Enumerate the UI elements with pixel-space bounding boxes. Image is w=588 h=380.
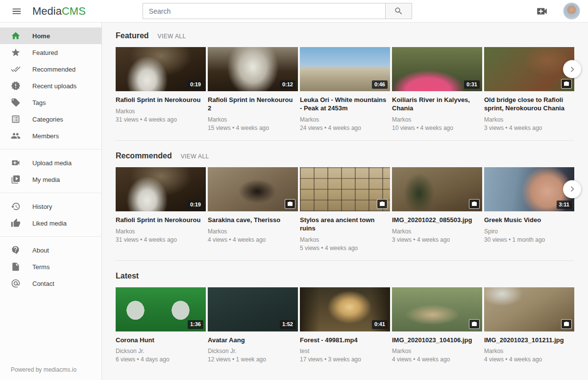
chevron-right-icon: [567, 184, 578, 195]
media-meta: 10 views • 4 weeks ago: [392, 125, 482, 131]
media-title[interactable]: Avatar Aang: [208, 336, 298, 345]
sidebar-item-my-media[interactable]: My media: [0, 171, 101, 188]
thumb-up-icon: [11, 218, 21, 228]
upload-media-button[interactable]: [536, 5, 548, 18]
media-author[interactable]: Dickson Jr.: [208, 348, 298, 355]
media-author[interactable]: test: [300, 348, 390, 355]
photo-type-badge: [469, 319, 480, 329]
sidebar-item-history[interactable]: History: [0, 198, 101, 215]
media-author[interactable]: Markos: [116, 228, 206, 235]
media-title[interactable]: IMG_20201023_104106.jpg: [392, 336, 482, 345]
media-title[interactable]: Old bridge close to Rafioli sprint, Nero…: [484, 96, 574, 113]
media-author[interactable]: Spiro: [484, 228, 574, 235]
logo-media-text: Media: [32, 5, 62, 17]
search-input[interactable]: [143, 3, 386, 19]
sidebar-item-categories[interactable]: Categories: [0, 111, 101, 127]
media-title[interactable]: IMG_20201022_085503.jpg: [392, 216, 482, 225]
sidebar-item-upload-media[interactable]: Upload media: [0, 154, 101, 171]
view-all-link[interactable]: VIEW ALL: [158, 33, 186, 40]
search-button[interactable]: [386, 3, 412, 19]
media-title[interactable]: Koiliaris River in Kalyves, Chania: [392, 96, 482, 113]
sidebar-item-recent-uploads[interactable]: Recent uploads: [0, 77, 101, 94]
media-meta: 24 views • 4 weeks ago: [300, 125, 390, 131]
media-author[interactable]: Markos: [208, 116, 298, 123]
done-all-icon: [11, 64, 21, 74]
media-author[interactable]: Markos: [208, 228, 298, 235]
media-author[interactable]: Markos: [392, 116, 482, 123]
photo-type-badge: [561, 319, 572, 329]
media-title[interactable]: Rafioli Sprint in Nerokourou 2: [208, 96, 298, 113]
duration-badge: 0:31: [464, 80, 480, 89]
media-title[interactable]: IMG_20201023_101211.jpg: [484, 336, 574, 345]
duration-badge: 1:36: [188, 320, 203, 329]
main-content: Featured VIEW ALL 0:19 Rafioli Sprint in…: [102, 23, 588, 380]
mediacms-app: MediaCMS Home Featured: [0, 0, 588, 380]
sidebar-item-about[interactable]: About: [0, 242, 101, 258]
duration-badge: 0:46: [372, 80, 388, 89]
mediacms-logo[interactable]: MediaCMS: [32, 5, 86, 18]
media-title[interactable]: Leuka Ori - White mountains - Peak at 24…: [300, 96, 390, 113]
sidebar-item-label: Home: [32, 32, 50, 40]
media-title[interactable]: Forest - 49981.mp4: [300, 336, 390, 345]
media-thumbnail[interactable]: 0:19: [116, 167, 206, 211]
latest-card-row: 1:36 Corona Hunt Dickson Jr. 6 views • 4…: [116, 287, 574, 363]
media-author[interactable]: Markos: [300, 236, 390, 243]
media-author[interactable]: Markos: [300, 116, 390, 123]
sidebar-item-liked-media[interactable]: Liked media: [0, 215, 101, 231]
media-thumbnail[interactable]: [300, 167, 390, 211]
sidebar-item-terms[interactable]: Terms: [0, 258, 101, 275]
media-author[interactable]: Markos: [392, 348, 482, 355]
media-meta: 15 views • 4 weeks ago: [208, 125, 298, 131]
media-card: Old bridge close to Rafioli sprint, Nero…: [484, 47, 574, 131]
sidebar-item-tags[interactable]: Tags: [0, 94, 101, 111]
sidebar-item-label: Members: [32, 132, 59, 140]
media-thumbnail[interactable]: 0:46: [300, 47, 390, 91]
sidebar-item-label: Terms: [32, 263, 49, 271]
media-title[interactable]: Rafioli Sprint in Nerokourou: [116, 216, 206, 225]
sidebar-divider: [0, 149, 101, 150]
recommended-card-row: 0:19 Rafioli Sprint in Nerokourou Markos…: [116, 167, 574, 252]
video-call-icon: [536, 5, 548, 18]
media-author[interactable]: Dickson Jr.: [116, 348, 206, 355]
media-thumbnail[interactable]: 3:11: [484, 167, 574, 211]
hamburger-menu-button[interactable]: [7, 1, 26, 21]
media-thumbnail[interactable]: 0:41: [300, 287, 390, 331]
carousel-next-button[interactable]: [563, 60, 581, 78]
media-author[interactable]: Markos: [116, 108, 206, 115]
media-title[interactable]: Sarakina cave, Therisso: [208, 216, 298, 225]
view-all-link[interactable]: VIEW ALL: [181, 153, 209, 160]
sidebar-item-members[interactable]: Members: [0, 127, 101, 144]
media-thumbnail[interactable]: [392, 287, 482, 331]
carousel-next-button[interactable]: [563, 180, 581, 198]
duration-badge: 0:19: [188, 80, 203, 89]
media-author[interactable]: Markos: [484, 116, 574, 123]
media-author[interactable]: Markos: [392, 228, 482, 235]
sidebar-item-featured[interactable]: Featured: [0, 44, 101, 61]
section-divider: [116, 140, 574, 141]
duration-badge: 3:11: [557, 201, 572, 209]
media-thumbnail[interactable]: 1:36: [116, 287, 206, 331]
media-card: 0:46 Leuka Ori - White mountains - Peak …: [300, 47, 390, 131]
sidebar-item-recommended[interactable]: Recommended: [0, 61, 101, 77]
media-thumbnail[interactable]: 0:19: [116, 47, 206, 91]
media-thumbnail[interactable]: [484, 287, 574, 331]
media-author[interactable]: Markos: [484, 348, 574, 355]
media-thumbnail[interactable]: [392, 167, 482, 211]
sidebar-item-home[interactable]: Home: [0, 27, 101, 44]
history-icon: [11, 202, 21, 211]
media-title[interactable]: Rafioli Sprint in Nerokourou: [116, 96, 206, 104]
user-avatar[interactable]: [563, 2, 580, 20]
video-library-icon: [11, 175, 21, 184]
media-card: 3:11 Greek Music Video Spiro 30 views • …: [484, 167, 574, 252]
media-thumbnail[interactable]: 0:31: [392, 47, 482, 91]
media-title[interactable]: Stylos area ancient town ruins: [300, 216, 390, 233]
media-thumbnail[interactable]: [484, 47, 574, 91]
media-thumbnail[interactable]: 0:12: [208, 47, 298, 91]
media-title[interactable]: Greek Music Video: [484, 216, 574, 225]
media-title[interactable]: Corona Hunt: [116, 336, 206, 345]
media-thumbnail[interactable]: 1:52: [208, 287, 298, 331]
sidebar-item-contact[interactable]: Contact: [0, 275, 101, 292]
media-meta: 17 views • 3 weeks ago: [300, 356, 390, 363]
media-card: IMG_20201022_085503.jpg Markos 3 views •…: [392, 167, 482, 252]
media-thumbnail[interactable]: [208, 167, 298, 211]
